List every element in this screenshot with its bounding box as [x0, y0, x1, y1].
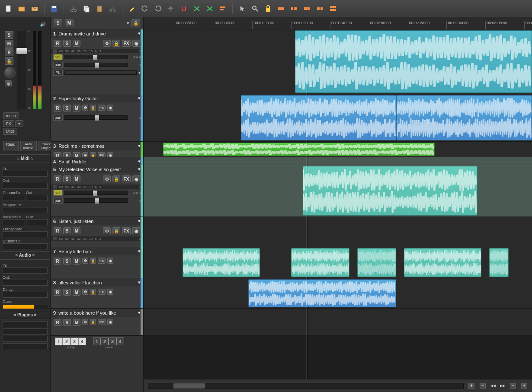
- cut-ripple-icon[interactable]: [107, 3, 118, 14]
- phase-button[interactable]: φ: [5, 80, 12, 86]
- gear-icon[interactable]: ⚙: [82, 319, 88, 325]
- new-file-icon[interactable]: [3, 3, 14, 14]
- midi-panel-header[interactable]: ≈ Midi ≈: [0, 154, 50, 163]
- global-solo-button[interactable]: S: [54, 19, 62, 27]
- audio-clip[interactable]: [241, 95, 396, 140]
- track-s-button[interactable]: S: [63, 175, 71, 182]
- lock-icon[interactable]: 🔒: [112, 40, 120, 47]
- nav-right-icon[interactable]: ▶▶: [500, 384, 505, 388]
- track-r-button[interactable]: R: [54, 258, 61, 265]
- highlighter-icon[interactable]: [127, 3, 137, 14]
- master-solo-button[interactable]: S: [5, 31, 13, 39]
- track-s-button[interactable]: S: [63, 258, 71, 265]
- track-lane-7[interactable]: [144, 247, 532, 278]
- midi-in-select[interactable]: [3, 171, 48, 177]
- lsb-select[interactable]: [26, 219, 48, 225]
- lock-icon[interactable]: 🔒: [90, 105, 96, 111]
- audio-out-select[interactable]: [3, 280, 48, 286]
- plugin-icon[interactable]: ◉: [132, 40, 140, 47]
- fx-button[interactable]: FX: [98, 289, 106, 295]
- track-m-button[interactable]: M: [73, 319, 80, 326]
- pan-slider[interactable]: [64, 115, 128, 120]
- undo-icon[interactable]: [140, 3, 150, 14]
- master-rec-button[interactable]: R: [5, 48, 13, 56]
- cut-icon[interactable]: [68, 3, 79, 14]
- save-icon[interactable]: [49, 3, 59, 14]
- range5-icon[interactable]: [328, 3, 338, 14]
- dropdown-icon[interactable]: ▾: [127, 20, 129, 26]
- track-lane-6[interactable]: [144, 217, 532, 247]
- fx-dropdown[interactable]: ▾: [15, 120, 23, 127]
- copy-icon[interactable]: [81, 3, 92, 14]
- lock-icon[interactable]: [263, 3, 273, 14]
- arrangement-canvas[interactable]: [144, 29, 532, 379]
- track-m-button[interactable]: M: [73, 289, 80, 296]
- time-ruler[interactable]: 00:00:20:0000:00:40:0000:01:00:0000:01:2…: [144, 17, 532, 29]
- zoom-2[interactable]: 2: [101, 338, 109, 345]
- plugin-icon[interactable]: ◉: [132, 227, 140, 234]
- fx-button[interactable]: FX: [122, 40, 131, 47]
- track-header-7[interactable]: 7Be my little horn▾RSM⚙🔒FX◉: [51, 247, 143, 278]
- audio-clip[interactable]: [295, 30, 532, 93]
- master-fader[interactable]: [17, 31, 26, 109]
- mono-button[interactable]: mono: [3, 112, 19, 119]
- snap-icon[interactable]: [179, 3, 189, 14]
- track-r-button[interactable]: R: [54, 105, 61, 112]
- zoom-icon[interactable]: [250, 3, 260, 14]
- scroll-plus-icon[interactable]: +: [468, 383, 474, 389]
- plugin-icon[interactable]: ◉: [107, 258, 113, 264]
- zoom-3[interactable]: 3: [109, 338, 116, 345]
- audio-clip[interactable]: [183, 248, 260, 277]
- track-m-button[interactable]: M: [73, 258, 80, 265]
- crossfade-icon[interactable]: [192, 3, 202, 14]
- lock-icon[interactable]: 🔒: [112, 227, 120, 234]
- audio-clip[interactable]: [396, 95, 532, 140]
- track-header-8[interactable]: 8alles voller Flaechen▾RSM⚙🔒FX◉: [51, 278, 143, 309]
- playhead[interactable]: [307, 29, 307, 379]
- redo-icon[interactable]: [153, 3, 163, 14]
- plugin-slot-2[interactable]: [3, 328, 48, 335]
- audio-clip[interactable]: [404, 248, 482, 277]
- range3-icon[interactable]: [302, 3, 312, 14]
- audio-panel-header[interactable]: ≈ Audio ≈: [0, 251, 50, 259]
- midi-button[interactable]: MIDI: [3, 128, 17, 135]
- track-r-button[interactable]: R: [54, 40, 61, 47]
- gear-icon[interactable]: ⚙: [82, 258, 88, 264]
- bankmsb-select[interactable]: [3, 219, 24, 225]
- plugin-icon[interactable]: ◉: [132, 175, 140, 182]
- track-header-4[interactable]: 4Small Riiddle▾: [51, 157, 143, 165]
- plugin-icon[interactable]: ◉: [107, 105, 113, 111]
- gear-icon[interactable]: ⚙: [82, 105, 88, 111]
- track-s-button[interactable]: S: [63, 105, 71, 112]
- horizontal-scrollbar[interactable]: [148, 383, 464, 389]
- setup-3[interactable]: 3: [71, 338, 78, 345]
- plugin-icon[interactable]: ◉: [107, 289, 113, 295]
- gear-icon[interactable]: ⚙: [103, 175, 111, 182]
- transpose-select[interactable]: [3, 231, 48, 237]
- range2-icon[interactable]: [289, 3, 299, 14]
- grid-icon[interactable]: [166, 3, 176, 14]
- track-header-9[interactable]: 9write a book here if you like▾RSM⚙🔒FX◉: [51, 309, 143, 335]
- track-r-button[interactable]: R: [54, 227, 61, 234]
- track-m-button[interactable]: M: [73, 227, 80, 234]
- nav-left-icon[interactable]: ◀◀: [490, 384, 496, 388]
- track-header-3[interactable]: 3Rock me - sometimes▾RSM⚙🔒FX◉: [51, 142, 143, 157]
- fx-button[interactable]: FX: [98, 258, 106, 264]
- track-m-button[interactable]: M: [73, 175, 80, 182]
- fx-button[interactable]: FX: [3, 120, 14, 127]
- pan-slider[interactable]: [64, 63, 128, 67]
- vol-slider[interactable]: [64, 191, 128, 195]
- delay-input[interactable]: [3, 292, 48, 298]
- track-r-button[interactable]: R: [54, 319, 61, 326]
- setup-2[interactable]: 2: [63, 338, 71, 345]
- track-r-button[interactable]: R: [54, 289, 61, 296]
- track-lane-9[interactable]: [144, 309, 532, 335]
- plugin-slot-4[interactable]: [3, 343, 48, 349]
- audio-clip[interactable]: [357, 248, 396, 277]
- fx-button[interactable]: FX: [122, 175, 131, 182]
- zoom-4[interactable]: 4: [116, 338, 124, 345]
- track-r-button[interactable]: R: [54, 175, 61, 182]
- tab-automation[interactable]: Auto mation: [20, 141, 37, 151]
- drummap-select[interactable]: [3, 243, 48, 249]
- gain-slider[interactable]: [3, 305, 34, 309]
